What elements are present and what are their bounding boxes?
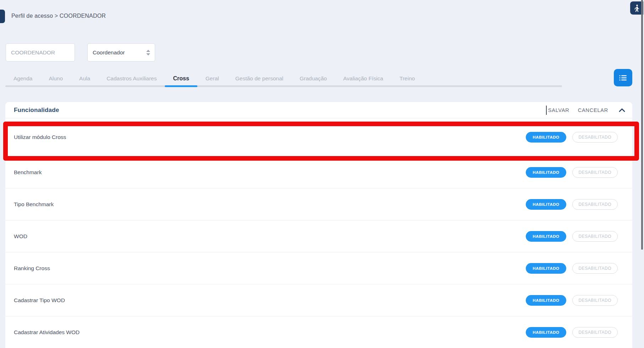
permission-label: Cadastrar Atividades WOD (14, 329, 80, 336)
permission-row-wod: WODHABILITADODESABILITADO (5, 220, 632, 252)
enabled-toggle[interactable]: HABILITADO (526, 132, 566, 143)
tab-cadastros-auxiliares[interactable]: Cadastros Auxiliares (98, 70, 165, 87)
tab-avaliacao-fisica[interactable]: Avaliação Física (335, 70, 392, 87)
toggle-group: HABILITADODESABILITADO (526, 295, 618, 306)
toggle-group: HABILITADODESABILITADO (526, 132, 618, 143)
list-view-icon (619, 75, 627, 81)
tab-bar: AgendaAlunoAulaCadastros AuxiliaresCross… (5, 70, 562, 87)
tab-treino[interactable]: Treino (391, 70, 423, 87)
text-cursor (546, 106, 547, 115)
toggle-group: HABILITADODESABILITADO (526, 263, 618, 274)
permission-row-utilizar-modulo-cross: Utilizar módulo CrossHABILITADODESABILIT… (5, 118, 632, 156)
enabled-toggle[interactable]: HABILITADO (526, 327, 566, 338)
cancel-button[interactable]: CANCELAR (578, 107, 608, 113)
permission-label: Cadastrar Tipo WOD (14, 297, 65, 304)
permission-row-tipo-benchmark: Tipo BenchmarkHABILITADODESABILITADO (5, 188, 632, 220)
toggle-group: HABILITADODESABILITADO (526, 167, 618, 178)
permission-row-benchmark: BenchmarkHABILITADODESABILITADO (5, 156, 632, 188)
disabled-toggle[interactable]: DESABILITADO (572, 132, 618, 143)
permission-row-cadastrar-atividades-wod: Cadastrar Atividades WODHABILITADODESABI… (5, 316, 632, 348)
tab-gestao-de-personal[interactable]: Gestão de personal (227, 70, 291, 87)
panel-title: Funcionalidade (14, 107, 59, 114)
disabled-toggle[interactable]: DESABILITADO (572, 263, 618, 274)
side-panel-handle[interactable] (0, 10, 5, 23)
profile-type-select[interactable]: Coordenador (87, 43, 155, 61)
breadcrumb: Perfil de acesso > COORDENADOR (11, 13, 106, 19)
enabled-toggle[interactable]: HABILITADO (526, 167, 566, 178)
toggle-group: HABILITADODESABILITADO (526, 199, 618, 210)
permission-rows: Utilizar módulo CrossHABILITADODESABILIT… (5, 118, 632, 348)
functionality-panel: Funcionalidade SALVAR CANCELAR Utilizar … (5, 102, 632, 348)
enabled-toggle[interactable]: HABILITADO (526, 295, 566, 306)
panel-actions: SALVAR CANCELAR (546, 106, 625, 115)
disabled-toggle[interactable]: DESABILITADO (572, 199, 618, 210)
permission-label: Tipo Benchmark (14, 201, 54, 208)
tab-geral[interactable]: Geral (197, 70, 227, 87)
disabled-toggle[interactable]: DESABILITADO (572, 167, 618, 178)
scrollbar-thumb[interactable] (641, 0, 643, 250)
tab-aula[interactable]: Aula (71, 70, 98, 87)
chevron-up-icon (619, 108, 625, 112)
access-profile-page: Perfil de acesso > COORDENADOR Coordenad… (0, 0, 644, 348)
enabled-toggle[interactable]: HABILITADO (526, 231, 566, 242)
toggle-group: HABILITADODESABILITADO (526, 327, 618, 338)
permission-label: WOD (14, 233, 27, 240)
permission-row-ranking-cross: Ranking CrossHABILITADODESABILITADO (5, 252, 632, 284)
accessibility-person-icon (633, 4, 640, 12)
disabled-toggle[interactable]: DESABILITADO (572, 295, 618, 306)
permission-label: Benchmark (14, 169, 42, 176)
profile-type-value: Coordenador (93, 49, 125, 56)
profile-name-input[interactable] (6, 43, 75, 61)
tab-cross[interactable]: Cross (165, 70, 197, 87)
sort-arrows-icon (146, 50, 151, 55)
permission-row-cadastrar-tipo-wod: Cadastrar Tipo WODHABILITADODESABILITADO (5, 284, 632, 316)
tab-agenda[interactable]: Agenda (5, 70, 40, 87)
disabled-toggle[interactable]: DESABILITADO (572, 231, 618, 242)
enabled-toggle[interactable]: HABILITADO (526, 199, 566, 210)
collapse-button[interactable] (619, 108, 625, 112)
permission-label: Ranking Cross (14, 265, 50, 272)
panel-header: Funcionalidade SALVAR CANCELAR (5, 102, 632, 118)
tab-graduacao[interactable]: Graduação (291, 70, 335, 87)
disabled-toggle[interactable]: DESABILITADO (572, 327, 618, 338)
toggle-group: HABILITADODESABILITADO (526, 231, 618, 242)
list-view-button[interactable] (614, 69, 632, 86)
save-button[interactable]: SALVAR (548, 107, 569, 113)
enabled-toggle[interactable]: HABILITADO (526, 263, 566, 274)
tab-aluno[interactable]: Aluno (40, 70, 71, 87)
permission-label: Utilizar módulo Cross (14, 134, 66, 140)
